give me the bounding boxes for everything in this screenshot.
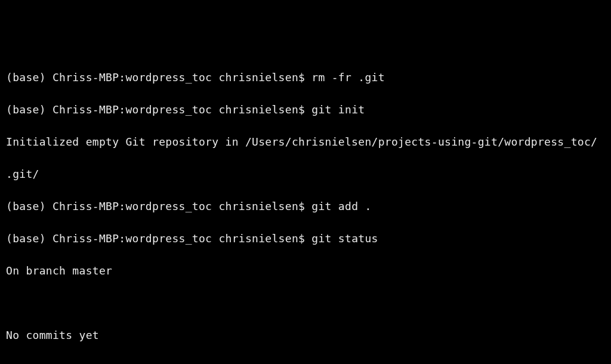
shell-prompt: (base) Chriss-MBP:wordpress_toc chrisnie… [6,232,311,245]
shell-prompt: (base) Chriss-MBP:wordpress_toc chrisnie… [6,71,311,84]
blank-line [6,359,605,364]
branch-info: On branch master [6,263,605,279]
no-commits-info: No commits yet [6,327,605,343]
command-git-init: git init [311,103,365,116]
terminal-line: (base) Chriss-MBP:wordpress_toc chrisnie… [6,69,605,85]
terminal-line: (base) Chriss-MBP:wordpress_toc chrisnie… [6,198,605,214]
blank-line [6,295,605,311]
init-output-continued: .git/ [6,166,605,182]
command-rm: rm -fr .git [311,71,385,84]
terminal-line: (base) Chriss-MBP:wordpress_toc chrisnie… [6,101,605,118]
shell-prompt: (base) Chriss-MBP:wordpress_toc chrisnie… [6,103,311,116]
shell-prompt: (base) Chriss-MBP:wordpress_toc chrisnie… [6,200,311,212]
command-git-add: git add . [311,200,371,212]
init-output: Initialized empty Git repository in /Use… [6,134,605,150]
command-git-status: git status [311,232,378,245]
terminal-line: (base) Chriss-MBP:wordpress_toc chrisnie… [6,230,605,246]
